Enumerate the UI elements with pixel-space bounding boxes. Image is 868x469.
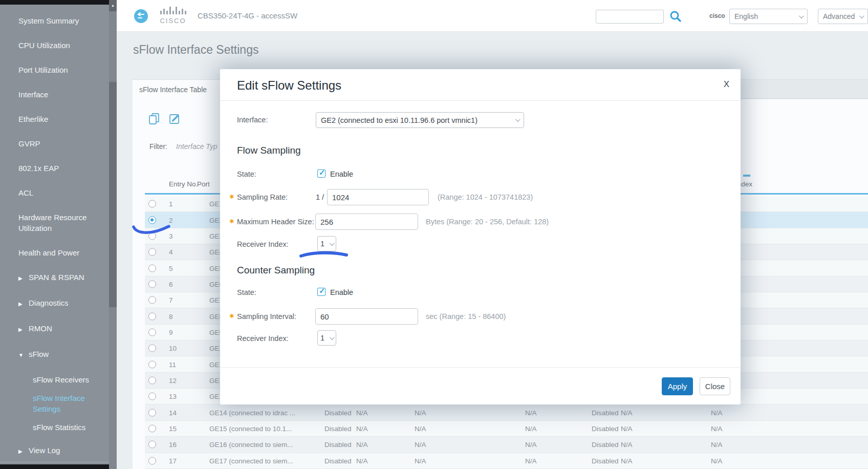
- table-row[interactable]: 14GE14 (connected to idrac ...DisabledN/…: [145, 404, 868, 420]
- sidebar-scrollbar[interactable]: ▲: [109, 0, 117, 469]
- sidebar-item-sflow-receivers[interactable]: sFlow Receivers: [0, 374, 107, 385]
- switch-logo-icon: [134, 9, 148, 23]
- scroll-up-icon[interactable]: ▲: [109, 0, 117, 11]
- close-icon[interactable]: X: [724, 79, 729, 90]
- flow-state-label: State:: [237, 170, 256, 178]
- sidebar-item-label: Port Utilization: [18, 65, 68, 75]
- table-row[interactable]: 16GE16 (connected to siem...DisabledN/AN…: [145, 437, 868, 453]
- row-radio[interactable]: [148, 376, 156, 384]
- sidebar-item-label: sFlow Interface Settings: [33, 393, 107, 414]
- tab-sflow-interface-table[interactable]: sFlow Interface Table: [133, 80, 225, 99]
- cell-value: Disabled: [324, 457, 352, 464]
- row-radio[interactable]: [148, 409, 156, 416]
- column-header-entry: Entry No.: [169, 180, 198, 188]
- cisco-logo: CISCO: [155, 6, 191, 25]
- row-radio[interactable]: [148, 424, 156, 432]
- device-title: CBS350-24T-4G - accessSW: [198, 0, 297, 32]
- sidebar-item-sflow-statistics[interactable]: sFlow Statistics: [0, 422, 107, 433]
- row-radio[interactable]: [148, 280, 156, 288]
- cell-value: N/A: [711, 409, 723, 416]
- cell-port: GE15 (connected to 10.1...: [209, 424, 292, 432]
- sidebar-item-acl[interactable]: ACL: [0, 187, 107, 198]
- sidebar: System SummaryCPU UtilizationPort Utiliz…: [0, 0, 117, 469]
- row-radio[interactable]: [148, 232, 156, 240]
- row-radio[interactable]: [148, 296, 156, 304]
- cell-value: N/A: [415, 424, 426, 432]
- row-radio[interactable]: [148, 360, 156, 368]
- copy-settings-icon[interactable]: [147, 113, 161, 126]
- max-header-size-input[interactable]: [315, 214, 418, 230]
- chevron-down-icon: [330, 335, 335, 340]
- app-root: System SummaryCPU UtilizationPort Utiliz…: [0, 0, 868, 469]
- sidebar-item-sflow[interactable]: ▼sFlow: [0, 349, 107, 360]
- triangle-right-icon: ▶: [18, 299, 29, 309]
- apply-button[interactable]: Apply: [662, 377, 693, 395]
- sampling-interval-input[interactable]: [315, 308, 418, 325]
- sort-indicator: [743, 175, 750, 177]
- edit-icon[interactable]: [168, 113, 182, 126]
- row-radio[interactable]: [148, 345, 156, 352]
- cell-value: N/A: [415, 409, 426, 416]
- cell-entry-no: 5: [169, 264, 173, 272]
- row-radio[interactable]: [148, 312, 156, 320]
- sidebar-item-interface[interactable]: Interface: [0, 89, 107, 100]
- sidebar-item-system-summary[interactable]: System Summary: [0, 15, 107, 26]
- cell-value: N/A: [621, 457, 633, 464]
- cell-value: N/A: [356, 441, 368, 449]
- sidebar-item-health-and-power[interactable]: Health and Power: [0, 247, 107, 258]
- sidebar-item-label: 802.1x EAP: [18, 163, 59, 174]
- language-select[interactable]: English: [729, 9, 808, 24]
- sidebar-item-cpu-utilization[interactable]: CPU Utilization: [0, 40, 107, 51]
- sidebar-item-gvrp[interactable]: GVRP: [0, 138, 107, 149]
- row-radio[interactable]: [148, 264, 156, 272]
- row-radio[interactable]: [148, 393, 156, 400]
- row-radio[interactable]: [148, 441, 156, 449]
- flow-state-enable-label: Enable: [330, 170, 353, 178]
- cell-entry-no: 7: [169, 296, 173, 304]
- cisco-small-label: cisco: [709, 0, 725, 32]
- counter-state-enable-label: Enable: [330, 288, 353, 296]
- sidebar-item-port-utilization[interactable]: Port Utilization: [0, 65, 107, 75]
- sidebar-item-hardware-resource-utilization[interactable]: Hardware Resource Utilization: [0, 212, 107, 233]
- cell-value: N/A: [525, 441, 537, 449]
- search-input[interactable]: [596, 10, 664, 24]
- counter-state-checkbox[interactable]: [317, 288, 326, 296]
- flow-state-checkbox[interactable]: [317, 169, 326, 178]
- row-radio[interactable]: [148, 200, 156, 208]
- close-button[interactable]: Close: [700, 377, 730, 395]
- row-radio[interactable]: [148, 457, 156, 464]
- sidebar-item-diagnostics[interactable]: ▶Diagnostics: [0, 297, 107, 309]
- row-radio[interactable]: [148, 216, 156, 224]
- counter-receiver-index-select[interactable]: 1: [317, 330, 336, 346]
- display-mode-select[interactable]: Advanced: [818, 9, 868, 24]
- row-radio[interactable]: [148, 248, 156, 256]
- sidebar-item-etherlike[interactable]: Etherlike: [0, 114, 107, 124]
- cell-value: N/A: [415, 441, 426, 449]
- interface-label: Interface:: [237, 116, 268, 124]
- sidebar-item-sflow-interface-settings[interactable]: sFlow Interface Settings: [0, 393, 107, 414]
- table-row[interactable]: 17GE17 (connected to siem...DisabledN/AN…: [145, 453, 868, 469]
- sidebar-item-rmon[interactable]: ▶RMON: [0, 323, 107, 335]
- cell-entry-no: 15: [169, 424, 177, 432]
- sampling-rate-input[interactable]: [327, 189, 429, 205]
- sidebar-item-label: Hardware Resource Utilization: [18, 212, 101, 233]
- sidebar-item-802-1x-eap[interactable]: 802.1x EAP: [0, 163, 107, 174]
- sidebar-item-label: System Summary: [18, 15, 79, 26]
- filter-label: Filter:: [149, 142, 167, 151]
- sidebar-item-label: Etherlike: [18, 114, 48, 124]
- flow-receiver-index-select[interactable]: 1: [317, 236, 336, 251]
- display-mode-value: Advanced: [823, 12, 855, 20]
- search-icon[interactable]: [668, 10, 683, 24]
- row-radio[interactable]: [148, 328, 156, 336]
- counter-receiver-index-value: 1: [320, 334, 324, 342]
- counter-sampling-heading: Counter Sampling: [237, 265, 315, 276]
- scrollbar-thumb[interactable]: [109, 82, 117, 307]
- sidebar-item-span-rspan[interactable]: ▶SPAN & RSPAN: [0, 272, 107, 284]
- sidebar-item-label: Interface: [18, 89, 48, 100]
- dialog-title: Edit sFlow Settings: [237, 78, 341, 93]
- cell-value: N/A: [621, 424, 633, 432]
- sidebar-item-label: GVRP: [18, 138, 40, 149]
- interface-select[interactable]: GE2 (connected to esxi 10.11.96.6 port v…: [316, 112, 524, 128]
- sidebar-item-view-log[interactable]: ▶View Log: [0, 445, 107, 457]
- table-row[interactable]: 15GE15 (connected to 10.1...DisabledN/AN…: [145, 421, 868, 437]
